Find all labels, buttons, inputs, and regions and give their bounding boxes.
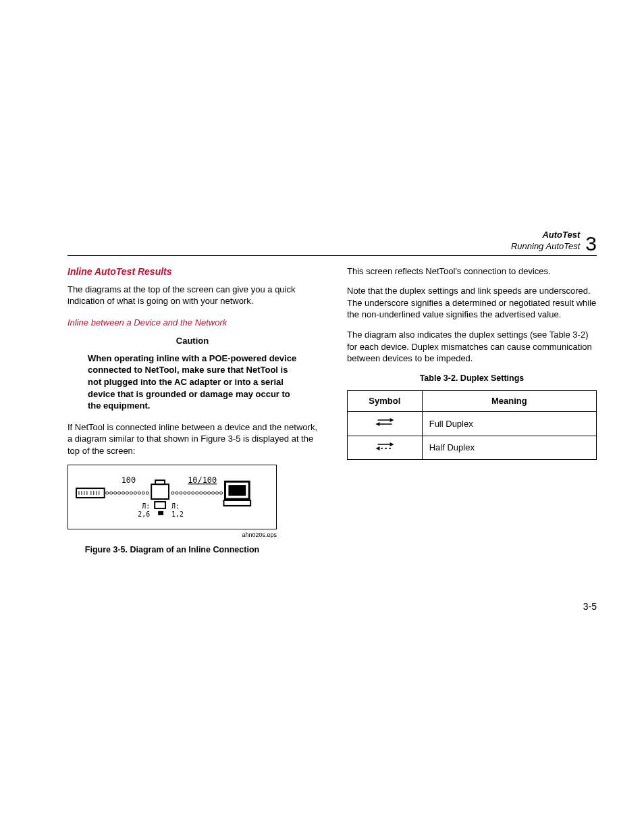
svg-point-13 (122, 492, 125, 494)
right-column: This screen reflects NetTool's connectio… (347, 265, 597, 556)
duplex-settings-table: Symbol Meaning Full Duplex (347, 390, 597, 460)
svg-point-14 (126, 492, 128, 494)
page-number: 3-5 (583, 601, 597, 612)
svg-point-31 (184, 492, 186, 494)
caution-label: Caution (68, 335, 317, 347)
right-p1: This screen reflects NetTool's connectio… (347, 265, 597, 278)
figure-eps-label: ahn020s.eps (68, 531, 277, 539)
svg-point-40 (220, 492, 223, 494)
svg-point-38 (212, 492, 215, 494)
svg-rect-0 (76, 488, 105, 498)
svg-rect-21 (155, 480, 165, 484)
svg-text:1,2: 1,2 (171, 511, 184, 518)
figure-right-speed: 10/100 (188, 475, 217, 485)
full-duplex-symbol-cell (348, 412, 423, 436)
svg-point-19 (146, 492, 149, 494)
page-header: AutoTest Running AutoTest 3 (68, 230, 597, 256)
svg-point-34 (196, 492, 198, 494)
half-duplex-meaning: Half Duplex (422, 436, 596, 460)
svg-rect-22 (155, 502, 165, 509)
svg-rect-27 (158, 511, 163, 515)
svg-point-9 (106, 492, 109, 494)
svg-point-18 (142, 492, 144, 494)
table-caption: Table 3-2. Duplex Settings (347, 373, 597, 384)
svg-point-16 (134, 492, 136, 494)
svg-text:Л:: Л: (171, 502, 180, 510)
svg-rect-42 (228, 485, 246, 496)
svg-marker-45 (390, 418, 394, 422)
figure-inline-connection: 100 Л: 2,6 Л: 1,2 (68, 465, 277, 529)
full-duplex-meaning: Full Duplex (422, 412, 596, 436)
half-duplex-symbol-cell (348, 436, 423, 460)
right-p3: The diagram also indicates the duplex se… (347, 329, 597, 365)
svg-point-37 (208, 492, 211, 494)
svg-point-32 (188, 492, 190, 494)
svg-point-36 (204, 492, 207, 494)
svg-marker-47 (375, 422, 379, 426)
svg-text:Л:: Л: (142, 502, 150, 510)
inline-connection-diagram-icon: 100 Л: 2,6 Л: 1,2 (75, 472, 269, 522)
figure-left-speed: 100 (122, 475, 136, 485)
svg-point-10 (110, 492, 113, 494)
figure-caption: Figure 3-5. Diagram of an Inline Connect… (68, 544, 277, 556)
svg-rect-43 (223, 500, 250, 506)
svg-point-35 (200, 492, 203, 494)
header-rule (68, 255, 597, 256)
intro-paragraph: The diagrams at the top of the screen ca… (68, 284, 317, 307)
subsection-heading-inline-device: Inline between a Device and the Network (68, 317, 317, 329)
left-column: Inline AutoTest Results The diagrams at … (68, 265, 317, 556)
svg-marker-49 (390, 442, 394, 446)
table-header-meaning: Meaning (422, 391, 596, 412)
chapter-number: 3 (585, 234, 597, 254)
svg-point-15 (130, 492, 132, 494)
svg-point-30 (180, 492, 182, 494)
half-duplex-icon (375, 440, 395, 452)
table-header-symbol: Symbol (348, 391, 423, 412)
svg-point-39 (216, 492, 219, 494)
svg-point-17 (138, 492, 140, 494)
chapter-subtitle: Running AutoTest (511, 241, 580, 253)
table-row: Full Duplex (348, 412, 597, 436)
right-p2: Note that the duplex settings and link s… (347, 285, 597, 321)
svg-text:2,6: 2,6 (138, 511, 150, 518)
svg-point-28 (171, 492, 174, 494)
svg-rect-20 (151, 484, 169, 499)
table-row: Symbol Meaning (348, 391, 597, 412)
caution-body: When operating inline with a POE-powered… (88, 353, 297, 412)
svg-point-12 (118, 492, 121, 494)
svg-point-33 (192, 492, 194, 494)
full-duplex-icon (375, 416, 395, 428)
svg-marker-50 (375, 446, 379, 450)
inline-description: If NetTool is connected inline between a… (68, 421, 317, 457)
svg-point-11 (114, 492, 117, 494)
section-heading-inline-results: Inline AutoTest Results (68, 265, 317, 278)
svg-point-29 (176, 492, 178, 494)
chapter-title: AutoTest (511, 230, 580, 241)
table-row: Half Duplex (348, 436, 597, 460)
